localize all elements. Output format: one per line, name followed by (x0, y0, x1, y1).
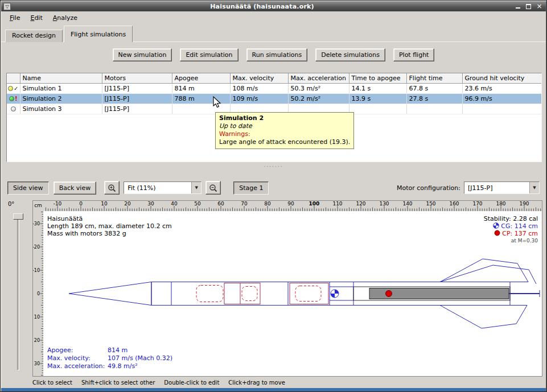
maximize-icon (526, 4, 531, 9)
svg-text:150: 150 (426, 201, 435, 207)
table-header-row: NameMotorsApogeeMax. velocityMax. accele… (7, 73, 541, 83)
motor-configuration-select[interactable]: [J115-P] ▼ (464, 181, 540, 194)
menu-file[interactable]: File (5, 13, 25, 23)
chevron-down-icon[interactable]: ▼ (191, 182, 201, 193)
stage-1-toggle[interactable]: Stage 1 (233, 181, 269, 195)
table-cell: 14.1 s (349, 83, 406, 93)
svg-text:110: 110 (332, 201, 342, 207)
plot-flight-button[interactable]: Plot flight (393, 48, 434, 61)
column-header-time-to-apogee[interactable]: Time to apogee (349, 73, 406, 83)
tab-flight-simulations[interactable]: Flight simulations (64, 26, 133, 42)
status-check-icon: ✓ (14, 85, 18, 92)
rocket-mass: Mass with motors 3832 g (47, 230, 172, 237)
split-divider[interactable]: ······· (1, 163, 546, 170)
delete-simulations-button[interactable]: Delete simulations (315, 48, 385, 61)
rocket-dimensions: Length 189 cm, max. diameter 10.2 cm (47, 222, 172, 230)
maximize-button[interactable] (524, 3, 533, 10)
rotation-slider[interactable] (17, 213, 19, 370)
status-hint: Shift+click to select other (81, 379, 155, 386)
rotation-slider-handle[interactable] (13, 213, 23, 220)
splitter-grip-icon: ······· (264, 164, 283, 170)
menu-analyze[interactable]: Analyze (48, 13, 83, 23)
motor-configuration-label: Motor configuration: (397, 184, 460, 192)
column-header-apogee[interactable]: Apogee (172, 73, 230, 83)
svg-text:-20: -20 (33, 245, 40, 250)
stability-value: Stability: 2.28 cal (484, 215, 538, 222)
svg-text:140: 140 (402, 201, 412, 207)
table-cell: Simulation 2 (20, 93, 102, 104)
tooltip-title: Simulation 2 (219, 114, 350, 122)
menu-edit[interactable]: Edit (25, 13, 47, 23)
table-cell: Simulation 3 (20, 104, 102, 114)
design-canvas[interactable]: Haisunäätä Length 189 cm, max. diameter … (43, 211, 542, 376)
flight-info-label: Apogee: (47, 346, 108, 354)
svg-text:70: 70 (241, 201, 248, 207)
tab-bar: Rocket designFlight simulations (5, 26, 134, 42)
zoom-out-icon (209, 184, 217, 192)
back-view-button[interactable]: Back view (54, 181, 97, 195)
ruler-unit-label: cm (33, 201, 43, 211)
status-ball-green-icon (9, 96, 14, 101)
title-bar[interactable]: ▽ Haisunäätä (haisunaata.ork) × (1, 1, 546, 11)
column-header-motors[interactable]: Motors (102, 73, 172, 83)
horizontal-ruler: -100102030405060708090100110120130140150… (43, 201, 542, 211)
status-hint: Click to select (32, 379, 72, 386)
column-header-status[interactable] (7, 73, 20, 83)
table-cell (349, 104, 406, 114)
svg-text:190: 190 (519, 201, 529, 207)
flight-info-row: Max. velocity:107 m/s (Mach 0.32) (47, 354, 172, 362)
parachute-2 (242, 287, 257, 301)
parachute-3 (295, 286, 321, 302)
chevron-down-icon[interactable]: ▼ (529, 182, 539, 193)
window-menu-icon[interactable]: ▽ (3, 3, 11, 10)
status-ball-yellow-icon (8, 86, 13, 91)
zoom-in-button[interactable] (104, 181, 120, 195)
svg-text:30: 30 (34, 361, 40, 366)
side-view-button[interactable]: Side view (7, 181, 49, 195)
cp-marker (386, 291, 392, 297)
status-cell (7, 104, 20, 114)
cp-value: CP: 137 cm (484, 230, 538, 237)
column-header-flight-time[interactable]: Flight time (406, 73, 462, 83)
minimize-button[interactable] (513, 3, 522, 10)
flight-info: Apogee:814 mMax. velocity:107 m/s (Mach … (47, 346, 172, 370)
flight-info-value: 107 m/s (Mach 0.32) (108, 354, 172, 362)
svg-text:10: 10 (101, 201, 108, 207)
svg-text:50: 50 (194, 201, 201, 207)
table-cell (406, 104, 462, 114)
tab-rocket-design[interactable]: Rocket design (5, 30, 63, 42)
coupler-2 (290, 283, 328, 304)
zoom-out-button[interactable] (205, 181, 221, 195)
edit-simulation-button[interactable]: Edit simulation (180, 48, 238, 61)
minimize-icon (516, 4, 520, 9)
cp-icon (494, 230, 500, 236)
table-cell: 50.3 m/s² (288, 83, 349, 93)
menu-bar: FileEditAnalyze (1, 11, 546, 24)
vertical-ruler: -30-20-100102030 (33, 211, 43, 376)
column-header-max-acceleration[interactable]: Max. acceleration (288, 73, 349, 83)
svg-text:170: 170 (472, 201, 482, 207)
table-cell (462, 104, 541, 114)
svg-text:20: 20 (124, 201, 131, 207)
table-row[interactable]: !Simulation 2[J115-P]788 m109 m/s50.2 m/… (7, 93, 541, 104)
column-header-ground-hit-velocity[interactable]: Ground hit velocity (462, 73, 541, 83)
app-window: ▽ Haisunäätä (haisunaata.ork) × FileEdit… (0, 0, 547, 392)
zoom-select[interactable]: Fit (11%) ▼ (124, 181, 201, 194)
table-cell: 50.2 m/s² (288, 93, 349, 104)
cg-marker (331, 290, 339, 298)
table-cell: 96.9 m/s (462, 93, 541, 104)
column-header-max-velocity[interactable]: Max. velocity (230, 73, 288, 83)
status-cell: ✓ (7, 83, 20, 93)
rocket-name: Haisunäätä (47, 215, 172, 222)
table-cell: 109 m/s (230, 93, 288, 104)
table-cell: 814 m (172, 83, 230, 93)
svg-text:0: 0 (37, 291, 40, 296)
svg-text:90: 90 (287, 201, 294, 207)
run-simulations-button[interactable]: Run simulations (246, 48, 308, 61)
table-row[interactable]: ✓Simulation 1[J115-P]814 m108 m/s50.3 m/… (7, 83, 541, 93)
new-simulation-button[interactable]: New simulation (113, 48, 172, 61)
close-button[interactable]: × (535, 3, 544, 10)
flight-info-row: Max. acceleration:49.8 m/s² (47, 362, 172, 370)
status-hint: Double-click to edit (164, 379, 219, 386)
column-header-name[interactable]: Name (20, 73, 102, 83)
